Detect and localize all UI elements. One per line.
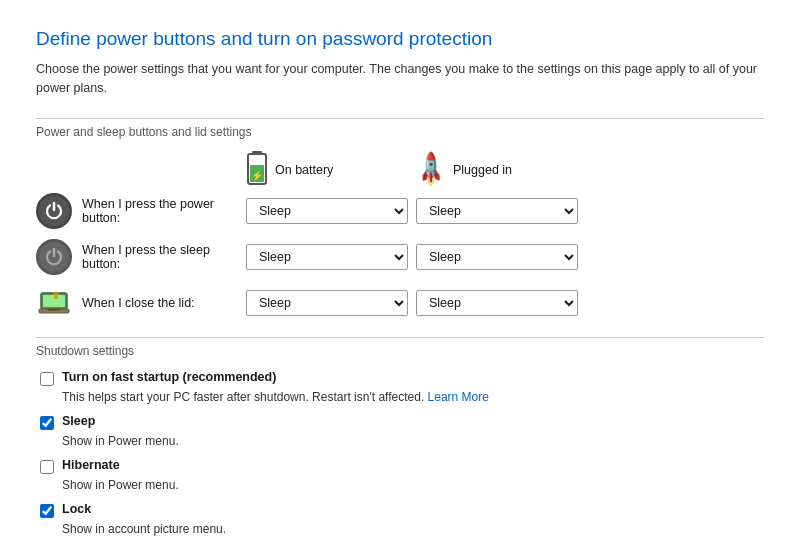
on-battery-header: ⚡ On battery	[246, 151, 416, 189]
on-battery-label: On battery	[275, 163, 333, 177]
fast-startup-container: ➜ Turn on fast startup (recommended) Thi…	[36, 370, 764, 404]
sleep-checkbox-label[interactable]: Sleep	[62, 414, 95, 428]
sleep-plugged-dropdown-wrapper: Do nothing Sleep Hibernate Shut down Tur…	[416, 244, 578, 270]
lid-battery-dropdown[interactable]: Do nothing Sleep Hibernate Shut down Tur…	[246, 290, 408, 316]
page-title: Define power buttons and turn on passwor…	[36, 28, 764, 50]
fast-startup-checkbox[interactable]	[40, 372, 54, 386]
shutdown-title: Shutdown settings	[36, 344, 764, 358]
power-plugged-dropdown-wrapper: Do nothing Sleep Hibernate Shut down Tur…	[416, 198, 578, 224]
lock-checkbox-row: Lock	[40, 502, 764, 518]
rocket-icon: 🚀	[410, 149, 451, 190]
sleep-button-label: When I press the sleep button:	[82, 243, 246, 271]
plugged-in-label: Plugged in	[453, 163, 512, 177]
lid-battery-dropdown-wrapper: Do nothing Sleep Hibernate Shut down Tur…	[246, 290, 408, 316]
lock-checkbox[interactable]	[40, 504, 54, 518]
svg-rect-7	[48, 309, 60, 311]
fast-startup-sub: This helps start your PC faster after sh…	[62, 390, 764, 404]
sleep-battery-dropdown[interactable]: Do nothing Sleep Hibernate Shut down Tur…	[246, 244, 408, 270]
fast-startup-row: Turn on fast startup (recommended)	[40, 370, 764, 386]
lid-row: When I close the lid: Do nothing Sleep H…	[36, 285, 764, 321]
page-description: Choose the power settings that you want …	[36, 60, 764, 98]
power-sleep-section: Power and sleep buttons and lid settings…	[36, 118, 764, 321]
sleep-plugged-dropdown[interactable]: Do nothing Sleep Hibernate Shut down Tur…	[416, 244, 578, 270]
hibernate-sub: Show in Power menu.	[62, 478, 764, 492]
fast-startup-label[interactable]: Turn on fast startup (recommended)	[62, 370, 276, 384]
learn-more-link[interactable]: Learn More	[428, 390, 489, 404]
power-battery-dropdown-wrapper: Do nothing Sleep Hibernate Shut down Tur…	[246, 198, 408, 224]
hibernate-checkbox[interactable]	[40, 460, 54, 474]
laptop-lid-svg	[36, 285, 72, 321]
power-battery-dropdown[interactable]: Do nothing Sleep Hibernate Shut down Tur…	[246, 198, 408, 224]
power-button-label: When I press the power button:	[82, 197, 246, 225]
sleep-checkbox-row: Sleep	[40, 414, 764, 430]
lock-sub: Show in account picture menu.	[62, 522, 764, 536]
sleep-button-row: When I press the sleep button: Do nothin…	[36, 239, 764, 275]
shutdown-section: Shutdown settings ➜ Turn on fast startup…	[36, 337, 764, 536]
power-button-row: When I press the power button: Do nothin…	[36, 193, 764, 229]
plugged-in-header: 🚀 Plugged in	[416, 151, 586, 189]
lid-icon	[36, 285, 72, 321]
sleep-sub: Show in Power menu.	[62, 434, 764, 448]
power-button-icon	[36, 193, 72, 229]
sleep-battery-dropdown-wrapper: Do nothing Sleep Hibernate Shut down Tur…	[246, 244, 408, 270]
hibernate-checkbox-row: Hibernate	[40, 458, 764, 474]
column-headers: ⚡ On battery 🚀 Plugged in	[246, 151, 764, 189]
lock-checkbox-label[interactable]: Lock	[62, 502, 91, 516]
svg-text:⚡: ⚡	[251, 169, 264, 182]
sleep-button-icon	[36, 239, 72, 275]
lid-label: When I close the lid:	[82, 296, 246, 310]
power-plugged-dropdown[interactable]: Do nothing Sleep Hibernate Shut down Tur…	[416, 198, 578, 224]
hibernate-checkbox-label[interactable]: Hibernate	[62, 458, 120, 472]
lid-plugged-dropdown[interactable]: Do nothing Sleep Hibernate Shut down Tur…	[416, 290, 578, 316]
lid-plugged-dropdown-wrapper: Do nothing Sleep Hibernate Shut down Tur…	[416, 290, 578, 316]
sleep-checkbox[interactable]	[40, 416, 54, 430]
battery-icon: ⚡	[246, 151, 268, 189]
power-sleep-title: Power and sleep buttons and lid settings	[36, 125, 764, 139]
